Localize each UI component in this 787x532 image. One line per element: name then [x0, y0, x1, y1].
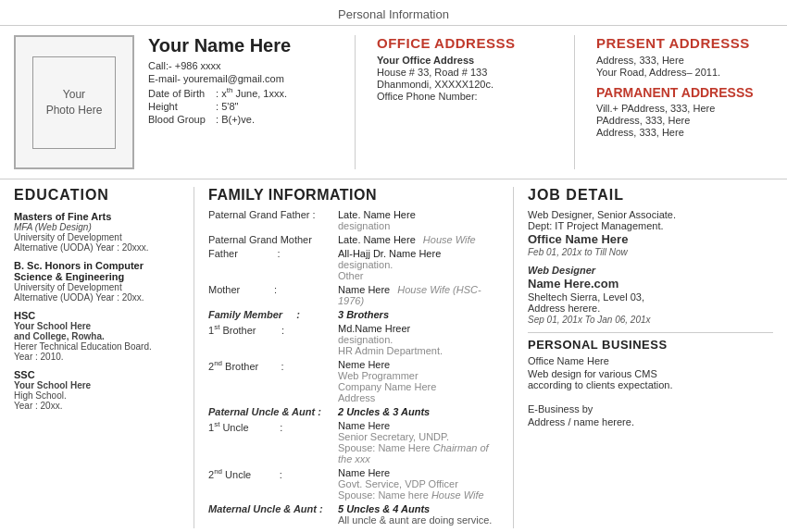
family-row-unc1: 1st Uncle : Name HereSenior Secretary, U… [208, 420, 504, 464]
job2-company: Name Here.com [528, 277, 773, 291]
job-column: JOB DETAIL Web Designer, Senior Associat… [518, 187, 773, 528]
edu-detail-4: Year : 20xx. [14, 401, 184, 411]
personal-info: Your Name Here Call:- +986 xxxx E-mail- … [144, 35, 338, 169]
mother-value: Name Here House Wife (HSC-1976) [338, 284, 504, 306]
mother-label: Mother : [208, 284, 338, 295]
edu-degree-2: B. Sc. Honors in Computer Science & Engi… [14, 260, 184, 282]
office-title: OFFICE ADDRESSS [377, 35, 553, 51]
mua-value: 5 Uncles & 4 AuntsAll uncle & aunt are d… [338, 503, 504, 526]
person-call: Call:- +986 xxxx [148, 60, 338, 71]
job1-desc: Web Designer, Senior Associate.Dept: IT … [528, 209, 773, 231]
height-value: 5'8" [221, 101, 238, 112]
edu-detail-1: Alternative (UODA) Year : 20xxx. [14, 242, 184, 253]
pgf-value: Late. Name Heredesignation [338, 209, 504, 231]
edu-detail-3: Year : 2010. [14, 352, 184, 362]
edu-sub-4: Your School Here [14, 380, 184, 390]
personal-business: PERSONAL BUSINESS Office Name Here Web d… [528, 332, 773, 427]
members-label: Family Member : [208, 309, 338, 320]
family-title: FAMILY INFORMATION [208, 187, 504, 204]
mua-label: Maternal Uncle & Aunt : [208, 503, 338, 514]
education-column: EDUCATION Masters of Fine Arts MFA (Web … [14, 187, 194, 528]
height-label: Height [148, 101, 213, 112]
job-title: JOB DETAIL [528, 187, 773, 204]
unc2-value: Name HereGovt. Service, VDP OfficerSpous… [338, 467, 504, 501]
bottom-section: EDUCATION Masters of Fine Arts MFA (Web … [0, 179, 787, 532]
job2-sub: Sheltech Sierra, Level 03,Address herere… [528, 291, 773, 314]
family-row-mother: Mother : Name Here House Wife (HSC-1976) [208, 284, 504, 306]
job1-date: Feb 01, 201x to Till Now [528, 247, 773, 257]
family-row-bro2: 2nd Brother : Neme HereWeb ProgrammerCom… [208, 359, 504, 403]
edu-degree-1: Masters of Fine Arts [14, 211, 184, 222]
pb-line1: Office Name Here [528, 355, 773, 366]
job2-date: Sep 01, 201x To Jan 06, 201x [528, 315, 773, 325]
unc1-label: 1st Uncle : [208, 420, 338, 433]
bro2-label: 2nd Brother : [208, 359, 338, 372]
dob-label: Date of Birth [148, 88, 213, 99]
top-section: YourPhoto Here Your Name Here Call:- +98… [0, 26, 787, 179]
edu-school-4: High School. [14, 390, 184, 401]
permanent-title: PARMANENT ADDRESSS [596, 85, 768, 100]
family-row-pgm: Paternal Grand Mother Late. Name Here Ho… [208, 234, 504, 245]
job-item-1: Web Designer, Senior Associate.Dept: IT … [528, 209, 773, 257]
bro2-value: Neme HereWeb ProgrammerCompany Name Here… [338, 359, 504, 403]
office-subtitle: Your Office Address [377, 55, 553, 66]
permanent-line3: Address, 333, Here [596, 127, 768, 138]
person-height: Height : 5'8" [148, 101, 338, 112]
edu-degree-4: SSC [14, 369, 184, 380]
person-email: E-mail- youremail@gmail.com [148, 73, 338, 84]
pgf-label: Paternal Grand Father : [208, 209, 338, 220]
office-line3: Office Phone Number: [377, 91, 553, 102]
permanent-line1: Vill.+ PAddress, 333, Here [596, 103, 768, 114]
family-row-pua: Paternal Uncle & Aunt : 2 Uncles & 3 Aun… [208, 406, 504, 417]
edu-item-2: B. Sc. Honors in Computer Science & Engi… [14, 260, 184, 303]
family-row-mua: Maternal Uncle & Aunt : 5 Uncles & 4 Aun… [208, 503, 504, 526]
family-row-unc2: 2nd Uncle : Name HereGovt. Service, VDP … [208, 467, 504, 501]
job1-company: Office Name Here [528, 232, 773, 246]
edu-sub-1: MFA (Web Design) [14, 222, 184, 232]
edu-degree-3: HSC [14, 310, 184, 321]
unc1-value: Name HereSenior Secretary, UNDP.Spouse: … [338, 420, 504, 464]
family-row-pgf: Paternal Grand Father : Late. Name Hered… [208, 209, 504, 231]
members-value: 3 Brothers [338, 309, 504, 320]
divider-2 [574, 35, 575, 169]
edu-item-3: HSC Your School Hereand College, Rowha. … [14, 310, 184, 362]
pb-title: PERSONAL BUSINESS [528, 338, 773, 352]
divider-1 [355, 35, 356, 169]
permanent-line2: PAddress, 333, Here [596, 115, 768, 126]
page-title: Personal Information [0, 0, 787, 26]
edu-school-3: Herer Technical Education Board. [14, 341, 184, 352]
person-blood: Blood Group : B(+)ve. [148, 114, 338, 125]
office-address: OFFICE ADDRESSS Your Office Address Hous… [372, 35, 557, 169]
photo-label: YourPhoto Here [46, 87, 103, 118]
photo-placeholder: YourPhoto Here [32, 56, 116, 149]
person-name: Your Name Here [148, 35, 338, 56]
edu-detail-2: Alternative (UODA) Year : 20xx. [14, 292, 184, 303]
edu-item-1: Masters of Fine Arts MFA (Web Design) Un… [14, 211, 184, 253]
dob-value: xth June, 1xxx. [221, 88, 287, 99]
present-line1: Address, 333, Here [596, 55, 768, 66]
photo-box: YourPhoto Here [14, 35, 134, 169]
pb-line2: Web design for various CMSaccording to c… [528, 368, 773, 390]
pgm-value: Late. Name Here House Wife [338, 234, 504, 245]
present-line2: Your Road, Address– 2011. [596, 67, 768, 78]
father-value: All-Hajj Dr. Name Heredesignation.Other [338, 248, 504, 281]
edu-school-2: University of Development [14, 282, 184, 292]
family-row-father: Father : All-Hajj Dr. Name Heredesignati… [208, 248, 504, 281]
present-address: PRESENT ADDRESSS Address, 333, Here Your… [592, 35, 773, 169]
blood-label: Blood Group [148, 114, 213, 125]
present-title: PRESENT ADDRESSS [596, 35, 768, 51]
pb-line4: Address / name herere. [528, 416, 773, 427]
education-title: EDUCATION [14, 187, 184, 204]
family-row-members: Family Member : 3 Brothers [208, 309, 504, 320]
edu-school-1: University of Development [14, 232, 184, 242]
job2-role: Web Designer [528, 265, 773, 276]
pua-value: 2 Uncles & 3 Aunts [338, 406, 504, 417]
blood-value: B(+)ve. [221, 114, 255, 125]
edu-sub-3: Your School Hereand College, Rowha. [14, 321, 184, 341]
family-column: FAMILY INFORMATION Paternal Grand Father… [199, 187, 514, 528]
father-label: Father : [208, 248, 338, 259]
pgm-label: Paternal Grand Mother [208, 234, 338, 245]
person-dob: Date of Birth : xth June, 1xxx. [148, 86, 338, 99]
bro1-label: 1st Brother : [208, 323, 338, 336]
family-row-bro1: 1st Brother : Md.Name Hreerdesignation.H… [208, 323, 504, 356]
